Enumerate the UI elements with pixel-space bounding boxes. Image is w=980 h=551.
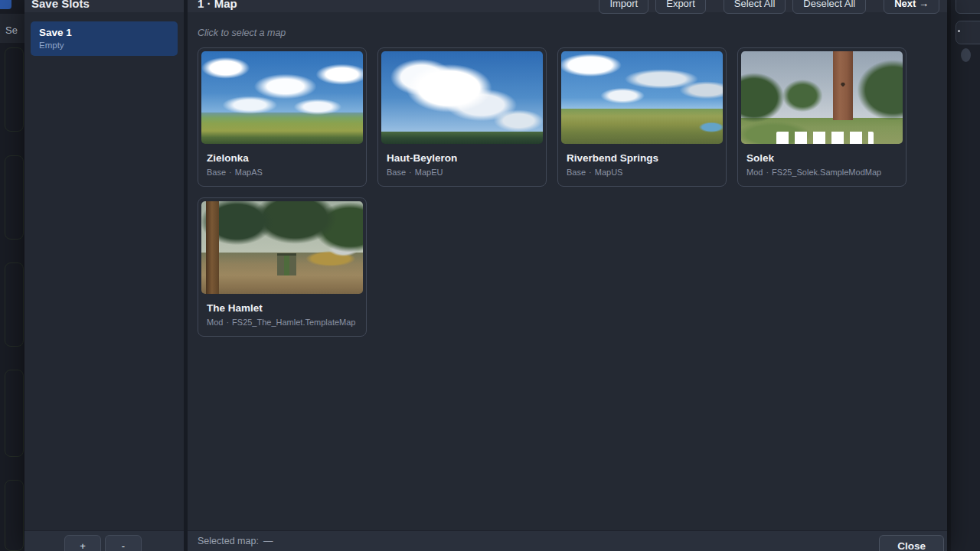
save-editor-dialog: Save Slots Save 1 Empty + - 1 · Map Impo…	[24, 0, 947, 551]
save-slot-status: Empty	[39, 41, 169, 50]
sidebar-title: Save Slots	[31, 0, 90, 10]
map-card-solek[interactable]: Solek Mod·FS25_Solek.SampleModMap	[737, 47, 906, 187]
export-button[interactable]: Export	[655, 0, 706, 14]
backdrop-thumbnail-fragment	[5, 155, 24, 240]
map-thumbnail	[561, 51, 723, 144]
map-source-badge: Mod	[746, 168, 763, 177]
map-card-the-hamlet[interactable]: The Hamlet Mod·FS25_The_Hamlet.TemplateM…	[198, 197, 367, 337]
import-button[interactable]: Import	[599, 0, 648, 14]
backdrop-thumbnail-fragment	[5, 47, 24, 132]
backdrop-dot	[958, 30, 960, 32]
meta-separator: ·	[226, 318, 229, 327]
map-module: MapAS	[235, 168, 263, 177]
map-source-badge: Base	[387, 168, 406, 177]
backdrop-thumbnail-fragment	[5, 480, 24, 551]
backdrop-avatar-fragment	[961, 48, 971, 62]
select-all-button[interactable]: Select All	[724, 0, 786, 14]
map-thumbnail	[741, 51, 903, 144]
map-step-panel: 1 · Map Import Export Select All Deselec…	[188, 0, 947, 551]
close-button[interactable]: Close	[879, 535, 944, 551]
map-toolbar: Import Export Select All Deselect All Ne…	[599, 0, 939, 14]
map-source-badge: Base	[207, 168, 226, 177]
map-card-riverbend-springs[interactable]: Riverbend Springs Base·MapUS	[557, 47, 727, 187]
add-slot-button[interactable]: +	[64, 535, 101, 551]
map-name: Riverbend Springs	[567, 152, 717, 164]
save-slot-1[interactable]: Save 1 Empty	[31, 21, 178, 56]
backdrop-button-fragment	[956, 21, 980, 44]
map-step-footer: Selected map: — Close	[188, 530, 947, 551]
sidebar-footer: + -	[24, 530, 184, 551]
remove-slot-button[interactable]: -	[105, 535, 142, 551]
map-select-hint: Click to select a map	[198, 28, 947, 38]
backdrop-thumbnail-fragment	[5, 370, 24, 457]
backdrop-accent-chip	[0, 0, 11, 9]
map-module: MapEU	[415, 168, 443, 177]
map-module: FS25_The_Hamlet.TemplateMap	[232, 318, 355, 327]
map-source-badge: Base	[567, 168, 586, 177]
save-slots-sidebar: Save Slots Save 1 Empty + -	[24, 0, 184, 551]
map-thumbnail	[201, 201, 363, 294]
save-slot-name: Save 1	[39, 27, 169, 38]
meta-separator: ·	[409, 168, 412, 177]
backdrop-right-strip	[951, 0, 980, 551]
map-card-zielonka[interactable]: Zielonka Base·MapAS	[198, 47, 367, 187]
selected-map-value: —	[263, 536, 273, 546]
map-thumbnail	[381, 51, 543, 144]
meta-separator: ·	[229, 168, 232, 177]
map-name: Zielonka	[207, 152, 358, 164]
map-card-haut-beyleron[interactable]: Haut-Beyleron Base·MapEU	[377, 47, 547, 187]
deselect-all-button[interactable]: Deselect All	[792, 0, 866, 14]
meta-separator: ·	[589, 168, 592, 177]
selected-map-label: Selected map:	[198, 536, 259, 546]
map-thumbnail	[201, 51, 363, 144]
map-grid: Zielonka Base·MapAS Haut-Beyleron Base·M…	[198, 47, 937, 337]
meta-separator: ·	[766, 168, 769, 177]
map-name: The Hamlet	[207, 302, 358, 314]
map-name: Solek	[746, 152, 897, 164]
backdrop-heading-fragment: Se	[5, 24, 18, 36]
backdrop-thumbnail-fragment	[5, 262, 24, 347]
step-title: 1 · Map	[198, 0, 237, 10]
backdrop-button-fragment	[956, 0, 980, 14]
next-button[interactable]: Next →	[884, 0, 939, 14]
map-module: FS25_Solek.SampleModMap	[772, 168, 881, 177]
map-name: Haut-Beyleron	[387, 152, 537, 164]
map-source-badge: Mod	[207, 318, 223, 327]
map-module: MapUS	[595, 168, 623, 177]
